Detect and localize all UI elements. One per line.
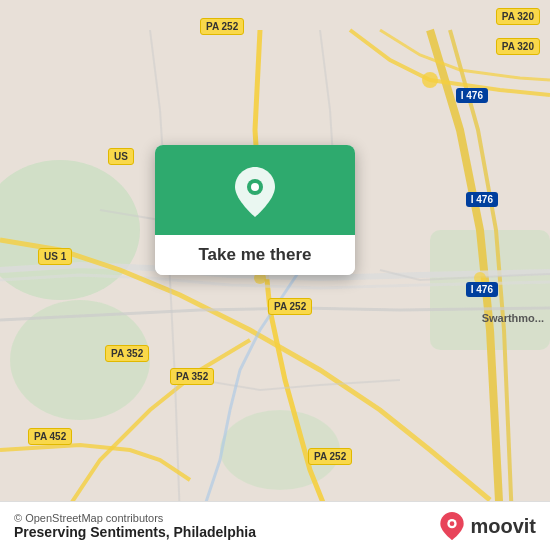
road-label-pa352-mid: PA 352 — [170, 368, 214, 385]
road-label-pa320-1: PA 320 — [496, 8, 540, 25]
place-name-text: Preserving Sentiments, Philadelphia — [14, 524, 256, 540]
take-me-there-button[interactable]: Take me there — [155, 235, 355, 275]
moovit-text: moovit — [470, 515, 536, 538]
road-label-pa252-mid: PA 252 — [268, 298, 312, 315]
svg-point-11 — [450, 521, 455, 526]
card-header — [155, 145, 355, 235]
road-label-pa452: PA 452 — [28, 428, 72, 445]
road-label-pa320-2: PA 320 — [496, 38, 540, 55]
attribution-text: © OpenStreetMap contributors — [14, 512, 256, 524]
road-label-us: US — [108, 148, 134, 165]
svg-point-5 — [422, 72, 438, 88]
bottom-bar: © OpenStreetMap contributors Preserving … — [0, 501, 550, 550]
moovit-logo: moovit — [438, 512, 536, 540]
road-label-i476-bot: I 476 — [466, 282, 498, 297]
bottom-bar-left: © OpenStreetMap contributors Preserving … — [14, 512, 256, 540]
place-label-swarthmore: Swarthmo... — [482, 312, 544, 324]
road-label-i476-mid: I 476 — [466, 192, 498, 207]
svg-point-9 — [251, 183, 259, 191]
road-label-pa252-top: PA 252 — [200, 18, 244, 35]
road-label-us1: US 1 — [38, 248, 72, 265]
map-background — [0, 0, 550, 550]
road-label-i476-top: I 476 — [456, 88, 488, 103]
take-me-there-card: Take me there — [155, 145, 355, 275]
location-pin-icon — [235, 167, 275, 217]
moovit-icon — [438, 512, 466, 540]
road-label-pa252-bot: PA 252 — [308, 448, 352, 465]
map-container: PA 320 PA 320 PA 252 US US 1 PA 352 PA 4… — [0, 0, 550, 550]
road-label-pa352-bl: PA 352 — [105, 345, 149, 362]
